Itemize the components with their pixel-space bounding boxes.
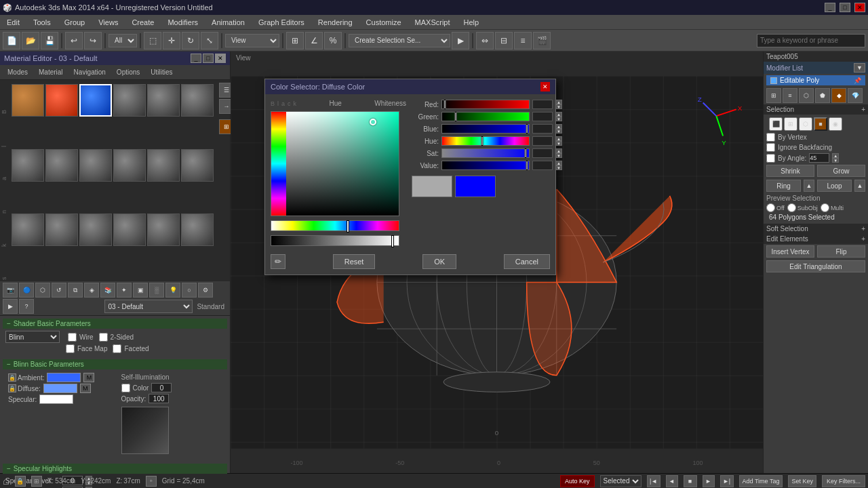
- menu-modifiers[interactable]: Modifiers: [163, 17, 202, 28]
- two-sided-checkbox[interactable]: [99, 333, 108, 342]
- reset-slot-btn[interactable]: ↺: [52, 283, 66, 298]
- mirror-button[interactable]: ⇔: [476, 32, 494, 49]
- modifier-list-expand[interactable]: ▼: [854, 63, 865, 73]
- undo-button[interactable]: ↩: [65, 32, 83, 49]
- two-sided-checkbox-row[interactable]: 2-Sided: [99, 333, 134, 342]
- mat-slot-15[interactable]: [79, 214, 112, 246]
- ring-button[interactable]: Ring: [766, 180, 801, 192]
- tab-options[interactable]: Options: [112, 66, 144, 78]
- maximize-button[interactable]: □: [840, 3, 850, 12]
- mat-slot-10[interactable]: [113, 149, 146, 182]
- menu-tools[interactable]: Tools: [29, 17, 55, 28]
- subobj-radio-label[interactable]: SubObj: [787, 203, 818, 212]
- specular-swatch[interactable]: [39, 394, 73, 404]
- mat-editor-min[interactable]: _: [191, 54, 201, 63]
- assign-mat-btn[interactable]: ⬡: [35, 283, 50, 298]
- mat-slot-8[interactable]: [45, 149, 78, 182]
- mat-slot-6[interactable]: [181, 84, 214, 117]
- create-selection-dropdown[interactable]: Create Selection Se...: [349, 34, 450, 47]
- menu-customize[interactable]: Customize: [362, 17, 406, 28]
- loop-button[interactable]: Loop: [817, 180, 852, 192]
- color-gradient-box[interactable]: [271, 111, 399, 216]
- sat-up[interactable]: ▲: [555, 148, 562, 153]
- subobj-radio[interactable]: [787, 203, 796, 212]
- show-bg-btn[interactable]: ░: [149, 283, 164, 298]
- grow-button[interactable]: Grow: [817, 165, 865, 177]
- face-map-checkbox-row[interactable]: Face Map: [66, 344, 107, 353]
- menu-rendering[interactable]: Rendering: [314, 17, 357, 28]
- sat-bar[interactable]: [441, 148, 530, 158]
- grid-icon[interactable]: ⊞: [31, 476, 42, 487]
- face-map-checkbox[interactable]: [66, 344, 75, 353]
- mat-slot-18[interactable]: [181, 214, 214, 246]
- hue-down[interactable]: ▼: [555, 141, 562, 146]
- auto-key-button[interactable]: Auto Key: [560, 475, 595, 487]
- edit-elements-header[interactable]: Edit Elements +: [764, 234, 868, 244]
- hue2-bar[interactable]: [441, 136, 530, 146]
- next-frame-btn[interactable]: ►|: [720, 475, 734, 487]
- by-angle-input[interactable]: [809, 153, 829, 163]
- percent-snap[interactable]: %: [324, 32, 342, 49]
- mat-slot-4[interactable]: [113, 84, 146, 117]
- bg-light-btn[interactable]: 💡: [165, 283, 180, 298]
- val-down[interactable]: ▼: [555, 165, 562, 170]
- ignore-backfacing-checkbox[interactable]: [766, 143, 775, 152]
- wire-checkbox-row[interactable]: Wire: [68, 333, 94, 342]
- copy-mat-btn[interactable]: ⧉: [68, 283, 83, 298]
- diffuse-map-btn[interactable]: M: [80, 384, 91, 393]
- shader-section-header[interactable]: Shader Basic Parameters: [3, 319, 227, 329]
- view-dropdown[interactable]: View: [225, 34, 279, 47]
- blinn-section-header[interactable]: Blinn Basic Parameters: [3, 359, 227, 369]
- make-preview-btn[interactable]: ▶: [3, 299, 18, 314]
- rt-btn-2[interactable]: ≡: [783, 88, 797, 103]
- mat-slot-11[interactable]: [147, 149, 180, 182]
- multi-radio-label[interactable]: Multi: [821, 203, 844, 212]
- close-button[interactable]: ✕: [854, 3, 865, 12]
- hue-up[interactable]: ▲: [555, 136, 562, 141]
- sel-poly-btn[interactable]: ■: [814, 117, 827, 131]
- snap-cycle-icon[interactable]: +: [146, 476, 157, 487]
- loop-spin-up[interactable]: ▲: [854, 180, 865, 192]
- scale-button[interactable]: ⤡: [201, 32, 218, 49]
- blue-value-input[interactable]: 255: [532, 124, 553, 134]
- menu-help[interactable]: Help: [460, 17, 484, 28]
- rt-btn-1[interactable]: ⊞: [766, 88, 781, 103]
- select-button[interactable]: ⬚: [144, 32, 161, 49]
- soft-selection-header[interactable]: Soft Selection +: [764, 224, 868, 234]
- prev-frame-btn[interactable]: |◄: [647, 475, 660, 487]
- move-button[interactable]: ✛: [163, 32, 180, 49]
- by-vertex-checkbox[interactable]: [766, 133, 775, 142]
- rt-btn-5-active[interactable]: ◆: [831, 88, 846, 103]
- green-bar[interactable]: [441, 112, 530, 121]
- sat-down[interactable]: ▼: [555, 153, 562, 158]
- redo-button[interactable]: ↪: [84, 32, 102, 49]
- sat-value-input[interactable]: 243: [532, 148, 553, 158]
- menu-animation[interactable]: Animation: [208, 17, 249, 28]
- play-fwd-btn[interactable]: ►: [703, 475, 715, 487]
- blue-up[interactable]: ▲: [555, 124, 562, 129]
- mat-slot-9[interactable]: [79, 149, 112, 182]
- rotate-button[interactable]: ↻: [182, 32, 199, 49]
- show-map-btn[interactable]: ▣: [133, 283, 148, 298]
- home-icon[interactable]: ⌂: [3, 475, 9, 487]
- blue-down[interactable]: ▼: [555, 129, 562, 134]
- key-filters-button[interactable]: Key Filters...: [822, 475, 865, 487]
- shader-dropdown[interactable]: Blinn: [5, 331, 60, 343]
- ok-button[interactable]: OK: [422, 254, 456, 269]
- mat-editor-close[interactable]: ✕: [215, 54, 226, 63]
- val-up[interactable]: ▲: [555, 161, 562, 165]
- angle-snap[interactable]: ∠: [305, 32, 323, 49]
- viewport-area[interactable]: View X Y Z: [231, 52, 763, 473]
- off-radio[interactable]: [766, 203, 775, 212]
- menu-edit[interactable]: Edit: [3, 17, 24, 28]
- snap-toggle[interactable]: ⊞: [286, 32, 304, 49]
- eyedropper-button[interactable]: ✏: [271, 254, 285, 269]
- rt-btn-6[interactable]: 💎: [848, 88, 863, 103]
- multi-radio[interactable]: [821, 203, 829, 212]
- angle-down[interactable]: ▼: [832, 158, 839, 163]
- modifier-pin-icon[interactable]: 📌: [854, 77, 861, 84]
- flip-button[interactable]: Flip: [817, 245, 865, 258]
- off-radio-label[interactable]: Off: [766, 203, 785, 212]
- val-value-input[interactable]: 255: [532, 161, 553, 170]
- cancel-button[interactable]: Cancel: [504, 254, 550, 269]
